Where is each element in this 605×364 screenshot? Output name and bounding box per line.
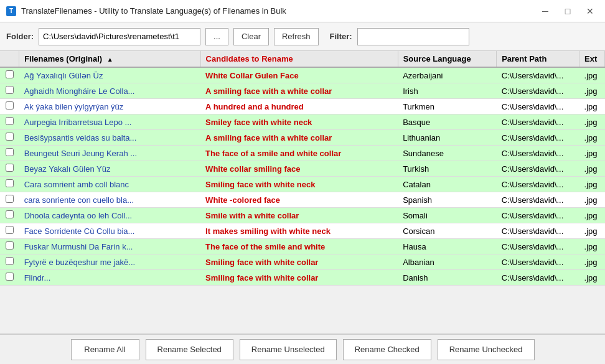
close-button[interactable]: ✕ <box>581 5 599 17</box>
clear-button[interactable]: Clear <box>233 28 269 45</box>
source-language: Irish <box>398 83 497 99</box>
original-filename: Fuskar Murmushi Da Farin k... <box>19 239 200 254</box>
candidate-filename: Smiley face with white neck <box>200 114 398 130</box>
filter-label: Filter: <box>330 32 352 41</box>
source-language: Somali <box>398 208 497 223</box>
col-header-candidates[interactable]: Candidates to Rename <box>200 51 398 67</box>
original-filename: Beyaz Yakalı Gülen Yüz <box>19 161 200 177</box>
col-header-parent-path[interactable]: Parent Path <box>497 51 579 67</box>
source-language: Hausa <box>398 239 497 254</box>
file-ext: .jpg <box>579 161 605 177</box>
row-checkbox[interactable] <box>6 179 14 187</box>
parent-path: C:\Users\david\... <box>497 146 579 161</box>
row-checkbox-cell[interactable] <box>0 99 19 114</box>
candidate-filename: White collar smiling face <box>200 161 398 177</box>
maximize-button[interactable]: □ <box>559 5 576 17</box>
original-filename: Ağ Yaxalıqlı Gülən Üz <box>19 67 200 83</box>
row-checkbox-cell[interactable] <box>0 114 19 130</box>
row-checkbox-cell[interactable] <box>0 130 19 146</box>
original-filename: Aghaidh Miongháire Le Colla... <box>19 83 200 99</box>
table-row[interactable]: Face Sorridente Cù Collu bia...It makes … <box>0 223 605 239</box>
file-ext: .jpg <box>579 254 605 270</box>
parent-path: C:\Users\david\... <box>497 192 579 208</box>
candidate-filename: White Collar Gulen Face <box>200 67 398 83</box>
row-checkbox-cell[interactable] <box>0 192 19 208</box>
rename-all-button[interactable]: Rename All <box>71 339 139 360</box>
row-checkbox-cell[interactable] <box>0 67 19 83</box>
table-row[interactable]: Cara somrient amb coll blancSmiling face… <box>0 177 605 192</box>
sort-arrow-icon: ▲ <box>107 56 113 63</box>
parent-path: C:\Users\david\... <box>497 83 579 99</box>
file-table-container[interactable]: Filenames (Original) ▲ Candidates to Ren… <box>0 51 605 334</box>
row-checkbox[interactable] <box>6 101 14 110</box>
rename-selected-button[interactable]: Rename Selected <box>146 339 233 360</box>
window-controls: ─ □ ✕ <box>537 5 599 17</box>
rename-checked-button[interactable]: Rename Checked <box>343 339 431 360</box>
row-checkbox[interactable] <box>6 164 14 172</box>
row-checkbox-cell[interactable] <box>0 177 19 192</box>
source-language: Turkish <box>398 161 497 177</box>
row-checkbox-cell[interactable] <box>0 83 19 99</box>
row-checkbox-cell[interactable] <box>0 223 19 239</box>
col-header-ext[interactable]: Ext <box>579 51 605 67</box>
original-filename: Flindr... <box>19 270 200 286</box>
row-checkbox[interactable] <box>6 195 14 203</box>
rename-unselected-button[interactable]: Rename Unselected <box>240 339 337 360</box>
parent-path: C:\Users\david\... <box>497 270 579 286</box>
rename-unchecked-button[interactable]: Rename Unchecked <box>438 339 535 360</box>
table-row[interactable]: Ağ Yaxalıqlı Gülən ÜzWhite Collar Gulen … <box>0 67 605 83</box>
parent-path: C:\Users\david\... <box>497 130 579 146</box>
source-language: Spanish <box>398 192 497 208</box>
table-row[interactable]: Beyaz Yakalı Gülen YüzWhite collar smili… <box>0 161 605 177</box>
folder-input[interactable] <box>39 28 200 45</box>
table-row[interactable]: Fuskar Murmushi Da Farin k...The face of… <box>0 239 605 254</box>
candidate-filename: A smiling face with a white collar <box>200 130 398 146</box>
table-row[interactable]: Flindr...Smiling face with white collarD… <box>0 270 605 286</box>
refresh-button[interactable]: Refresh <box>274 28 319 45</box>
row-checkbox[interactable] <box>6 226 14 234</box>
file-ext: .jpg <box>579 239 605 254</box>
candidate-filename: A hundred and a hundred <box>200 99 398 114</box>
row-checkbox-cell[interactable] <box>0 239 19 254</box>
col-header-filenames[interactable]: Filenames (Original) ▲ <box>19 51 200 67</box>
row-checkbox-cell[interactable] <box>0 254 19 270</box>
table-header-row: Filenames (Original) ▲ Candidates to Ren… <box>0 51 605 67</box>
row-checkbox-cell[interactable] <box>0 146 19 161</box>
parent-path: C:\Users\david\... <box>497 239 579 254</box>
row-checkbox[interactable] <box>6 273 14 281</box>
table-row[interactable]: cara sonriente con cuello bla...White -c… <box>0 192 605 208</box>
row-checkbox[interactable] <box>6 117 14 125</box>
filter-input[interactable] <box>357 28 469 45</box>
table-row[interactable]: Fytyrë e buzëqeshur me jakë...Smiling fa… <box>0 254 605 270</box>
row-checkbox[interactable] <box>6 70 14 78</box>
row-checkbox[interactable] <box>6 257 14 265</box>
table-row[interactable]: Aghaidh Miongháire Le Colla...A smiling … <box>0 83 605 99</box>
row-checkbox[interactable] <box>6 148 14 156</box>
col-header-source-language[interactable]: Source Language <box>398 51 497 67</box>
row-checkbox[interactable] <box>6 210 14 218</box>
candidate-filename: The face of a smile and white collar <box>200 146 398 161</box>
row-checkbox[interactable] <box>6 86 14 94</box>
table-row[interactable]: Aurpegia Irribarretsua Lepo ...Smiley fa… <box>0 114 605 130</box>
source-language: Danish <box>398 270 497 286</box>
table-row[interactable]: Dhoola cadeynta oo leh Coll...Smile with… <box>0 208 605 223</box>
source-language: Turkmen <box>398 99 497 114</box>
candidate-filename: Smiling face with white collar <box>200 270 398 286</box>
row-checkbox-cell[interactable] <box>0 270 19 286</box>
candidate-filename: Smiling face with white neck <box>200 177 398 192</box>
minimize-button[interactable]: ─ <box>537 5 554 17</box>
parent-path: C:\Users\david\... <box>497 208 579 223</box>
row-checkbox-cell[interactable] <box>0 161 19 177</box>
row-checkbox[interactable] <box>6 241 14 250</box>
browse-button[interactable]: ... <box>205 28 228 45</box>
original-filename: Fytyrë e buzëqeshur me jakë... <box>19 254 200 270</box>
candidate-filename: Smiling face with white collar <box>200 254 398 270</box>
row-checkbox-cell[interactable] <box>0 208 19 223</box>
file-table: Filenames (Original) ▲ Candidates to Ren… <box>0 51 605 286</box>
source-language: Catalan <box>398 177 497 192</box>
table-row[interactable]: Beungeut Seuri Jeung Kerah ...The face o… <box>0 146 605 161</box>
bottom-bar: Rename All Rename Selected Rename Unsele… <box>0 334 605 364</box>
table-row[interactable]: Besišypsantis veidas su balta...A smilin… <box>0 130 605 146</box>
table-row[interactable]: Ak ýaka bilen ýylgyrýan ýüzA hundred and… <box>0 99 605 114</box>
row-checkbox[interactable] <box>6 133 14 141</box>
